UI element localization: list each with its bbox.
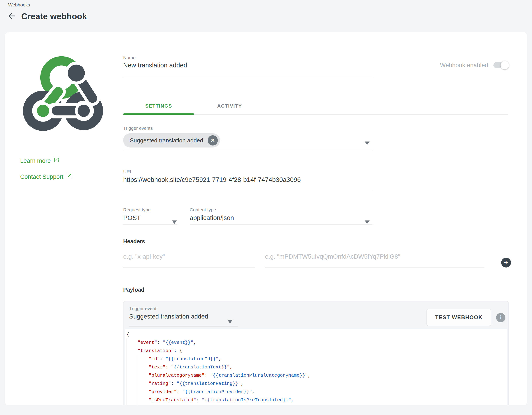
tab-activity-label: ACTIVITY <box>217 103 242 109</box>
back-arrow-icon <box>7 11 16 21</box>
header-value-input[interactable] <box>265 253 482 260</box>
request-type-select[interactable]: POST <box>123 214 141 222</box>
webhook-card: Learn more Contact Support Name Webhook … <box>5 32 527 405</box>
chip-label: Suggested translation added <box>130 137 203 144</box>
tab-bar: SETTINGS ACTIVITY <box>123 98 508 115</box>
header-key-underline <box>123 267 255 267</box>
page-title: Create webhook <box>21 12 87 21</box>
tab-activity[interactable]: ACTIVITY <box>194 98 265 114</box>
url-label: URL <box>123 169 133 174</box>
external-link-icon <box>66 173 72 180</box>
toggle-knob <box>501 61 509 69</box>
trigger-events-underline <box>123 150 372 150</box>
external-link-icon <box>53 157 59 165</box>
test-webhook-button[interactable]: TEST WEBHOOK <box>427 309 491 326</box>
request-type-dropdown-icon[interactable] <box>172 220 177 224</box>
url-underline <box>123 190 372 190</box>
trigger-event-chip[interactable]: Suggested translation added ✕ <box>123 133 220 148</box>
payload-heading: Payload <box>123 287 144 293</box>
title-bar: Create webhook <box>7 11 87 21</box>
request-type-label: Request type <box>123 207 151 212</box>
content-type-select[interactable]: application/json <box>190 214 234 222</box>
breadcrumb[interactable]: Webhooks <box>8 2 30 8</box>
tab-settings[interactable]: SETTINGS <box>123 98 194 114</box>
learn-more-link[interactable]: Learn more <box>20 157 59 165</box>
learn-more-label: Learn more <box>20 158 51 164</box>
payload-trigger-dropdown-icon[interactable] <box>228 320 232 323</box>
active-tab-indicator <box>123 113 194 115</box>
name-label: Name <box>123 55 136 60</box>
payload-code[interactable]: {"event": "{{event}}","translation": {"i… <box>125 329 507 405</box>
info-icon[interactable]: i <box>496 313 505 322</box>
name-input[interactable] <box>123 62 371 69</box>
headers-heading: Headers <box>123 238 145 245</box>
header-key-input[interactable] <box>123 253 254 260</box>
chip-close-icon[interactable]: ✕ <box>208 135 218 146</box>
contact-support-link[interactable]: Contact Support <box>20 173 72 180</box>
contact-support-label: Contact Support <box>20 173 63 180</box>
name-underline <box>123 77 372 77</box>
content-type-dropdown-icon[interactable] <box>365 220 370 224</box>
trigger-events-dropdown-icon[interactable] <box>365 141 370 145</box>
header-value-underline <box>265 267 484 267</box>
url-input[interactable] <box>123 176 371 183</box>
webhook-logo <box>20 55 109 138</box>
webhook-enabled-label: Webhook enabled <box>440 62 488 69</box>
back-button[interactable] <box>7 11 16 21</box>
content-type-label: Content type <box>190 207 216 212</box>
payload-trigger-event-select[interactable]: Suggested translation added <box>129 313 208 320</box>
webhook-enabled-row: Webhook enabled <box>440 61 508 70</box>
payload-trigger-event-label: Trigger event <box>129 306 156 311</box>
payload-panel: Trigger event Suggested translation adde… <box>123 301 509 405</box>
payload-trigger-underline <box>129 326 238 326</box>
trigger-events-label: Trigger events <box>123 126 153 131</box>
webhook-enabled-toggle[interactable] <box>494 62 508 68</box>
tab-settings-label: SETTINGS <box>145 103 172 109</box>
add-header-button[interactable]: + <box>501 258 511 267</box>
